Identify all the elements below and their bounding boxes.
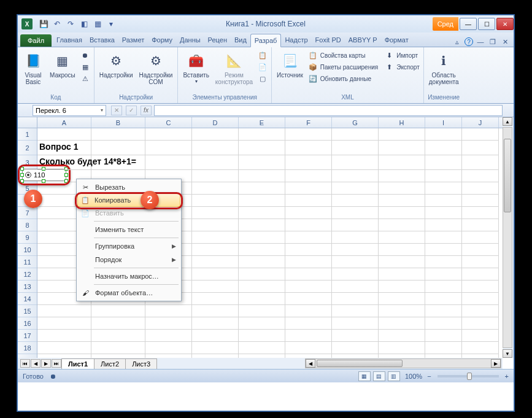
column-header[interactable]: G	[332, 117, 379, 128]
map-props-button[interactable]: 📋Свойства карты	[307, 50, 379, 61]
menu-assign-macro[interactable]: Назначить макрос…	[78, 269, 180, 283]
cell[interactable]	[239, 128, 285, 141]
selection-handle[interactable]	[64, 179, 68, 183]
name-box[interactable]: Перекл. 6▾	[33, 105, 106, 116]
cell[interactable]	[425, 207, 462, 219]
cell[interactable]	[285, 244, 332, 256]
selection-handle[interactable]	[20, 179, 24, 183]
workbook-restore-icon[interactable]: ❐	[488, 37, 498, 47]
ext-packs-button[interactable]: 📦Пакеты расширения	[307, 61, 379, 72]
row-header[interactable]: 14	[18, 293, 37, 305]
cell[interactable]	[462, 268, 499, 281]
ribbon-tab-4[interactable]: Данны	[176, 34, 204, 47]
cell[interactable]	[332, 128, 379, 141]
cell[interactable]	[91, 128, 145, 141]
cell[interactable]	[425, 219, 462, 231]
cell[interactable]	[285, 317, 332, 330]
run-dialog-button[interactable]: ▢	[256, 73, 269, 84]
undo-icon[interactable]: ↶	[51, 18, 63, 30]
cell[interactable]	[379, 330, 425, 342]
scroll-right-icon[interactable]: ▶	[491, 359, 501, 368]
ribbon-tab-10[interactable]: ABBYY P	[345, 34, 381, 47]
row-header[interactable]: 11	[18, 256, 37, 268]
cell[interactable]	[239, 155, 285, 170]
formula-bar[interactable]	[154, 105, 503, 116]
cancel-icon[interactable]: ✕	[111, 106, 122, 115]
cell[interactable]	[192, 281, 239, 293]
cell[interactable]	[192, 207, 239, 219]
properties-button[interactable]: 📋	[256, 50, 269, 61]
cell[interactable]	[462, 293, 499, 305]
column-header[interactable]: A	[37, 117, 91, 128]
cell[interactable]	[462, 182, 499, 195]
save-icon[interactable]: 💾	[37, 18, 50, 30]
row-header[interactable]: 10	[18, 244, 37, 256]
cell[interactable]	[379, 170, 425, 182]
cell[interactable]	[379, 231, 425, 244]
close-button[interactable]: ✕	[496, 18, 514, 30]
cell[interactable]	[379, 195, 425, 207]
cell[interactable]	[379, 268, 425, 281]
row-header[interactable]: 15	[18, 305, 37, 317]
cell[interactable]	[425, 182, 462, 195]
cell[interactable]	[239, 305, 285, 317]
scroll-left-icon[interactable]: ◀	[306, 359, 315, 368]
cell[interactable]	[462, 128, 499, 141]
cell[interactable]	[332, 182, 379, 195]
cell[interactable]	[192, 317, 239, 330]
ribbon-tab-6[interactable]: Вид	[231, 34, 250, 47]
ribbon-tab-5[interactable]: Рецен	[204, 34, 231, 47]
cell[interactable]	[145, 317, 192, 330]
cell[interactable]	[379, 317, 425, 330]
qat-dropdown-icon[interactable]: ▾	[105, 18, 117, 30]
doc-area-button[interactable]: ℹОбласть документа	[426, 50, 461, 87]
cell[interactable]	[425, 268, 462, 281]
cell[interactable]	[285, 141, 332, 155]
column-header[interactable]: J	[462, 117, 499, 128]
cell[interactable]	[37, 128, 91, 141]
macro-security-button[interactable]: ⚠	[79, 73, 91, 84]
row-header[interactable]: 8	[18, 219, 37, 231]
cell[interactable]	[462, 305, 499, 317]
file-tab[interactable]: Файл	[20, 34, 52, 47]
cell[interactable]	[192, 170, 239, 182]
cell[interactable]	[239, 231, 285, 244]
cell[interactable]	[332, 317, 379, 330]
cell[interactable]	[145, 342, 192, 354]
cell[interactable]	[239, 317, 285, 330]
record-macro-button[interactable]: ⏺	[79, 50, 91, 61]
visual-basic-button[interactable]: 📘Visual Basic	[20, 50, 46, 87]
cell[interactable]	[332, 330, 379, 342]
cell[interactable]	[425, 281, 462, 293]
fx-icon[interactable]: fx	[141, 106, 152, 115]
cell[interactable]	[91, 317, 145, 330]
zoom-out-icon[interactable]: −	[427, 373, 431, 380]
column-header[interactable]: B	[91, 117, 145, 128]
cell[interactable]	[332, 141, 379, 155]
cell[interactable]	[425, 342, 462, 354]
column-header[interactable]: I	[425, 117, 462, 128]
cell[interactable]	[192, 128, 239, 141]
addins-button[interactable]: ⚙Надстройки	[97, 50, 136, 80]
cell[interactable]	[239, 268, 285, 281]
row-header[interactable]: 13	[18, 281, 37, 293]
cell[interactable]	[379, 128, 425, 141]
cell[interactable]	[462, 317, 499, 330]
cell[interactable]	[425, 317, 462, 330]
cell[interactable]	[462, 244, 499, 256]
cell[interactable]: Вопрос 1	[37, 141, 91, 155]
cell[interactable]	[145, 330, 192, 342]
cell[interactable]	[285, 256, 332, 268]
cell[interactable]	[285, 342, 332, 354]
ribbon-tab-0[interactable]: Главная	[53, 34, 86, 47]
cell[interactable]	[462, 141, 499, 155]
zoom-slider[interactable]	[438, 375, 499, 377]
cell[interactable]	[379, 281, 425, 293]
cell[interactable]	[37, 330, 91, 342]
cell[interactable]	[425, 293, 462, 305]
cell[interactable]	[239, 219, 285, 231]
cell[interactable]	[239, 141, 285, 155]
titlebar-orange-label[interactable]: Сред	[433, 17, 458, 31]
cell[interactable]	[285, 268, 332, 281]
cell[interactable]	[462, 281, 499, 293]
